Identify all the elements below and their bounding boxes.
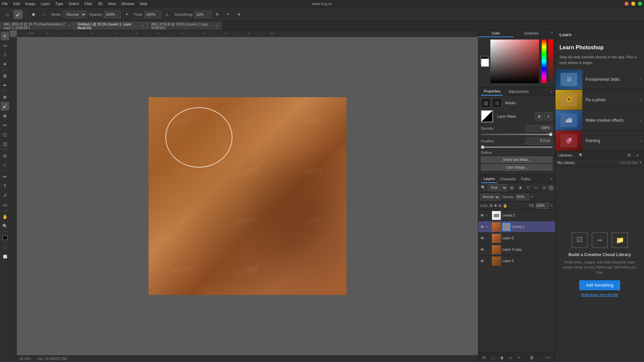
- marquee-tool[interactable]: ▭: [1, 41, 9, 50]
- tab-close-untitled1[interactable]: ×: [142, 24, 144, 28]
- add-mask-button[interactable]: ⬚: [489, 354, 496, 361]
- menu-view[interactable]: View: [108, 2, 116, 6]
- lasso-tool[interactable]: ⌇: [1, 50, 9, 59]
- brush-tool[interactable]: 🖌: [1, 102, 9, 111]
- zoom-tool[interactable]: 🔍: [1, 222, 9, 230]
- menu-window[interactable]: Window: [121, 2, 134, 6]
- airbrush-button[interactable]: △: [162, 10, 172, 19]
- add-something-button[interactable]: Add Something: [579, 280, 620, 290]
- window-minimize-button[interactable]: [631, 2, 635, 6]
- dodge-tool[interactable]: ○: [1, 161, 9, 169]
- new-layer-button[interactable]: +: [515, 354, 523, 361]
- paths-tab[interactable]: Paths: [519, 175, 533, 183]
- libraries-search[interactable]: [577, 151, 584, 159]
- view-type-dropdown[interactable]: ▼: [639, 161, 642, 164]
- color-range-button[interactable]: Color Range...: [481, 164, 552, 171]
- learn-item-painting[interactable]: 🦑 Painting ›: [555, 131, 644, 151]
- menu-type[interactable]: Type: [55, 2, 63, 6]
- type-tool[interactable]: T: [1, 182, 9, 190]
- layer-visibility-layer5[interactable]: 👁: [480, 236, 485, 241]
- tab-close-img8852[interactable]: ×: [68, 24, 70, 28]
- feather-slider[interactable]: [481, 146, 552, 148]
- layer-opacity-input[interactable]: [516, 194, 529, 200]
- canvas-content[interactable]: RRCG 人人素材 RRCG 人人素材 人人素材 RRCG 人人素材 RRCG …: [17, 37, 478, 355]
- opacity-input[interactable]: [104, 11, 121, 18]
- swatches-tab[interactable]: Swatches: [514, 30, 549, 37]
- color-field[interactable]: [490, 40, 539, 83]
- filter-type-icon[interactable]: 🔍: [480, 184, 487, 191]
- alpha-slider[interactable]: [548, 40, 553, 83]
- layer-visibility-levels1[interactable]: 👁: [480, 224, 485, 230]
- smoothing-options-button[interactable]: ⚙: [213, 10, 222, 19]
- opacity-dropdown-icon[interactable]: ▼: [531, 195, 533, 198]
- lock-all-icon[interactable]: 🔒: [503, 203, 507, 208]
- adjustment-filter-icon[interactable]: ◑: [516, 184, 524, 191]
- color-panel-menu[interactable]: ≡: [549, 30, 555, 37]
- layers-tab[interactable]: Layers: [481, 175, 497, 183]
- eyedropper-tool[interactable]: ✒: [1, 81, 9, 89]
- feather-slider-handle[interactable]: [481, 145, 484, 149]
- blend-mode-select[interactable]: Normal: [63, 11, 87, 18]
- apply-mask-button[interactable]: ⊞: [535, 112, 543, 120]
- new-fill-layer-button[interactable]: ◑: [498, 354, 505, 361]
- libraries-list-view[interactable]: ≡: [634, 152, 641, 159]
- learn-item-creative[interactable]: 🏙 Make creative effects ›: [555, 110, 644, 131]
- pen-tool[interactable]: ✏: [1, 172, 9, 181]
- tab-img8852[interactable]: IMG_8852.tif @ 19.7% (Hue/Saturation 2 c…: [0, 22, 74, 30]
- magic-wand-tool[interactable]: ✦: [1, 60, 9, 68]
- layer-item-levels2[interactable]: 👁 f Levels 2: [478, 210, 555, 221]
- filter-toggle[interactable]: [548, 185, 554, 190]
- quick-mask-button[interactable]: ⬚: [1, 243, 9, 251]
- history-brush-tool[interactable]: ↩: [1, 121, 9, 129]
- delete-layer-button[interactable]: 🗑: [528, 354, 536, 361]
- canvas-document[interactable]: RRCG 人人素材 RRCG 人人素材 人人素材 RRCG 人人素材 RRCG …: [149, 97, 346, 295]
- brush-angle-button[interactable]: ✂: [223, 10, 233, 19]
- menu-layer[interactable]: Layer: [41, 2, 50, 6]
- window-close-button[interactable]: [625, 2, 629, 6]
- pixel-mask-icon[interactable]: ▨: [481, 98, 490, 108]
- type-filter-icon[interactable]: T: [524, 184, 532, 191]
- layer-visibility-layer4[interactable]: 👁: [480, 258, 485, 264]
- brush-mode-button[interactable]: □: [39, 10, 49, 19]
- fg-bg-swatch[interactable]: [1, 233, 9, 242]
- pixel-filter-icon[interactable]: ▨: [508, 184, 516, 191]
- layer-blend-mode-select[interactable]: Normal: [480, 194, 500, 200]
- feather-value[interactable]: 0.0 px: [526, 138, 552, 144]
- menu-edit[interactable]: Edit: [13, 2, 20, 6]
- move-tool[interactable]: ✛: [1, 32, 9, 40]
- layers-panel-menu[interactable]: ≡: [550, 177, 552, 181]
- tab-img8755[interactable]: IMG_8755.tif @ 18.9% (Levels 1 copy, RGB…: [148, 22, 221, 30]
- smoothing-input[interactable]: [195, 11, 211, 18]
- layer-visibility-layer4copy[interactable]: 👁: [480, 247, 485, 252]
- learn-item-fundamental[interactable]: 🖥 Fundamental Skills ›: [555, 69, 644, 90]
- new-group-button[interactable]: ▭: [506, 354, 514, 361]
- lock-position-icon[interactable]: ✚: [494, 203, 497, 208]
- view-by-type-label[interactable]: View by Type: [620, 161, 638, 164]
- brush-preset-button[interactable]: ▣: [29, 10, 38, 19]
- layer-item-levels1[interactable]: 👁 8 Levels 1: [478, 221, 555, 233]
- window-maximize-button[interactable]: [638, 2, 642, 6]
- shape-filter-icon[interactable]: ▭: [532, 184, 540, 191]
- select-and-mask-button[interactable]: Select and Mask...: [481, 157, 552, 163]
- brush-tool-active[interactable]: 🖌: [13, 10, 23, 19]
- lock-artboards-icon[interactable]: ⊟: [498, 203, 501, 208]
- density-slider-handle[interactable]: [549, 133, 552, 136]
- build-from-file-link[interactable]: Build library from this file: [582, 293, 618, 297]
- symmetry-button[interactable]: ⊕: [234, 10, 244, 19]
- libraries-grid-view[interactable]: ⊞: [625, 152, 633, 159]
- layer-mask-thumbnail-levels1[interactable]: [502, 223, 511, 231]
- crop-tool[interactable]: ⊞: [1, 71, 9, 80]
- blur-tool[interactable]: ◎: [1, 151, 9, 160]
- hand-tool[interactable]: ✋: [1, 212, 9, 221]
- layer-kind-select[interactable]: Kind: [488, 184, 507, 191]
- screen-mode-button[interactable]: ⬜: [1, 252, 9, 261]
- tab-close-img8755[interactable]: ×: [216, 24, 218, 28]
- flow-input[interactable]: [144, 11, 161, 18]
- eraser-tool[interactable]: ◻: [1, 130, 9, 139]
- vector-mask-icon[interactable]: ◎: [492, 98, 502, 108]
- channels-tab[interactable]: Channels: [497, 175, 518, 183]
- layer-fill-input[interactable]: [536, 203, 549, 209]
- layer-item-layer4copy[interactable]: 👁 Layer 4 copy: [478, 244, 555, 255]
- properties-panel-menu[interactable]: ≡: [550, 89, 552, 94]
- density-slider[interactable]: [481, 134, 552, 135]
